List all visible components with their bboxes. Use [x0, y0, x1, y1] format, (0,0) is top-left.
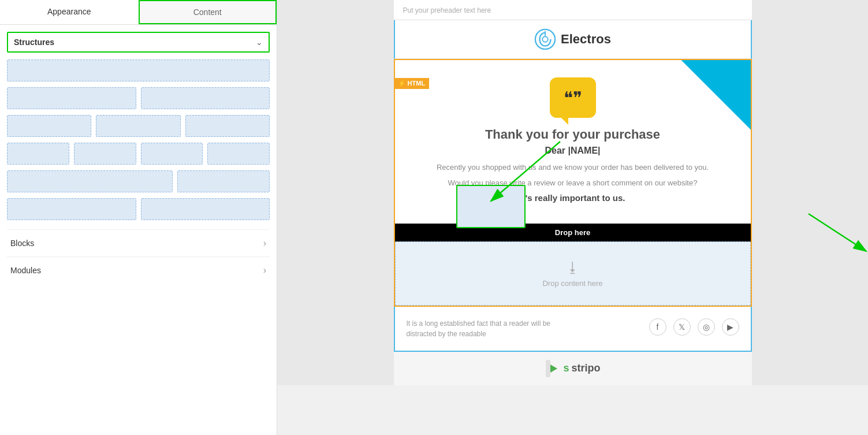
structure-1col[interactable] — [7, 60, 270, 81]
structure-4col-a[interactable] — [7, 143, 69, 165]
twitter-icon[interactable]: 𝕏 — [673, 318, 691, 336]
structures-grid — [7, 60, 270, 220]
structures-title: Structures — [14, 38, 54, 47]
structure-wide-narrow-a[interactable] — [7, 170, 173, 192]
email-container: Put your preheader text here Electros ⚡ … — [394, 0, 752, 385]
blocks-label: Blocks — [10, 239, 34, 248]
svg-rect-3 — [546, 360, 550, 377]
structure-row-5 — [7, 170, 270, 192]
preheader-text: Put your preheader text here — [403, 6, 491, 14]
structure-row-4 — [7, 143, 270, 165]
structure-4col-c[interactable] — [141, 143, 203, 165]
email-hero: ❝❞ Thank you for your purchase Dear |NAM… — [394, 59, 752, 307]
structure-half-a[interactable] — [7, 198, 136, 220]
tab-appearance[interactable]: Appearance — [0, 0, 139, 24]
stripo-label: sstripo — [563, 362, 600, 374]
structure-3col-c[interactable] — [185, 115, 270, 137]
logo-text: Electros — [404, 28, 742, 50]
instagram-icon[interactable]: ◎ — [698, 318, 715, 336]
logo-bar: Electros — [394, 20, 752, 59]
panel-content: Structures ⌄ — [0, 25, 277, 435]
structures-header[interactable]: Structures ⌄ — [7, 32, 270, 53]
structure-row-2 — [7, 87, 270, 109]
preheader-bar: Put your preheader text here — [394, 0, 752, 20]
electros-logo-icon — [534, 28, 556, 50]
tab-content[interactable]: Content — [139, 0, 277, 24]
youtube-icon[interactable]: ▶ — [722, 318, 739, 336]
drop-icon: ⭳ — [413, 259, 733, 276]
quote-marks: ❝❞ — [564, 88, 582, 108]
hero-top: ❝❞ Thank you for your purchase Dear |NAM… — [395, 60, 751, 224]
drop-here-bar[interactable]: Drop here — [395, 224, 751, 241]
blocks-nav-item[interactable]: Blocks › — [7, 229, 270, 256]
structure-2col-b[interactable] — [141, 87, 270, 109]
dragged-structure-preview[interactable] — [456, 185, 526, 228]
structure-2col-a[interactable] — [7, 87, 136, 109]
structure-row-1 — [7, 60, 270, 81]
structure-wide-narrow-b[interactable] — [177, 170, 270, 192]
left-panel: Appearance Content Structures ⌄ — [0, 0, 277, 435]
drop-content-area[interactable]: ⭳ Drop content here — [395, 241, 751, 306]
html-badge: ⚡ HTML — [394, 78, 430, 89]
structure-3col-a[interactable] — [7, 115, 91, 137]
drop-here-label: Drop here — [555, 228, 590, 237]
footer-text: It is a long established fact that a rea… — [407, 318, 568, 339]
structure-4col-d[interactable] — [207, 143, 270, 165]
structure-4col-b[interactable] — [74, 143, 136, 165]
modules-label: Modules — [10, 266, 41, 275]
social-icons: f 𝕏 ◎ ▶ — [649, 318, 739, 336]
structure-row-6 — [7, 198, 270, 220]
structure-3col-b[interactable] — [96, 115, 180, 137]
outer-wrapper: Put your preheader text here Electros ⚡ … — [277, 0, 868, 435]
email-footer: It is a long established fact that a rea… — [394, 307, 752, 352]
main-area: Put your preheader text here Electros ⚡ … — [277, 0, 868, 385]
stripo-brand: sstripo — [394, 352, 752, 385]
svg-point-1 — [542, 36, 548, 42]
quote-bubble: ❝❞ — [550, 77, 596, 118]
logo-label: Electros — [561, 32, 611, 47]
stripo-logo-icon — [545, 360, 558, 377]
blocks-arrow-icon: › — [263, 238, 266, 248]
structure-half-b[interactable] — [141, 198, 270, 220]
structure-row-3 — [7, 115, 270, 137]
tabs-header: Appearance Content — [0, 0, 277, 25]
modules-nav-item[interactable]: Modules › — [7, 256, 270, 284]
facebook-icon[interactable]: f — [649, 318, 666, 336]
blue-triangle — [658, 60, 751, 153]
drop-content-label: Drop content here — [413, 279, 733, 288]
hero-body1: Recently you shopped with us and we know… — [418, 162, 728, 174]
chevron-down-icon: ⌄ — [256, 38, 263, 47]
modules-arrow-icon: › — [263, 265, 266, 276]
